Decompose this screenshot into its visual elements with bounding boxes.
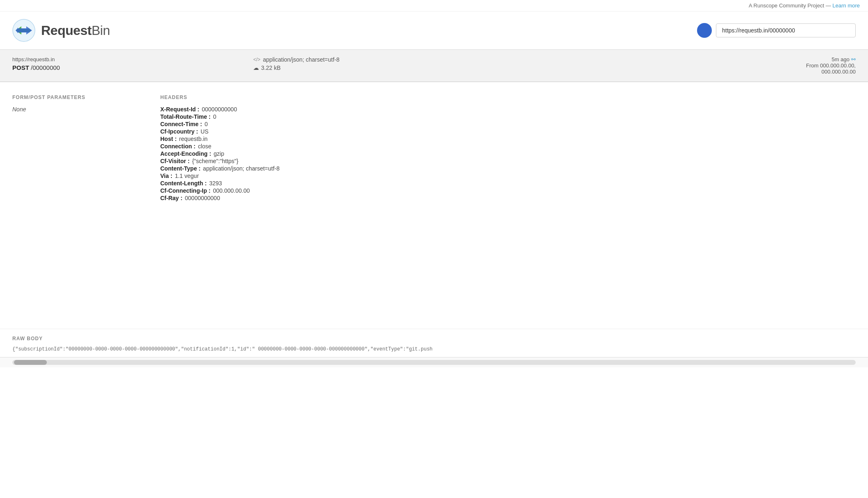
form-post-title: FORM/POST PARAMETERS [12,95,144,100]
headers-title: HEADERS [160,95,856,100]
header-row: Accept-Encoding: gzip [160,150,856,157]
header-key: Content-Type [160,165,197,172]
header-row: Content-Length: 3293 [160,180,856,187]
header-row: Content-Type: application/json; charset=… [160,165,856,172]
content-type-value: application/json; charset=utf-8 [263,56,339,63]
cloud-icon: ☁ [253,65,259,71]
header-key: Connection [160,143,192,150]
header-key: Via [160,173,169,179]
header-value: US [201,128,208,135]
header-colon: : [199,165,201,172]
header-colon: : [205,180,207,187]
header-colon: : [175,136,177,142]
app-header: RequestBin [0,12,868,50]
request-path: /00000000 [31,64,60,71]
header-key: Content-Length [160,180,203,187]
header-row: Connect-Time: 0 [160,121,856,127]
code-icon: </> [253,57,260,62]
request-from2: 000.000.00.00 [615,69,856,75]
request-method-path: POST /00000000 [12,64,253,71]
header-key: Cf-Ipcountry [160,128,194,135]
header-value: 00000000000 [185,195,220,201]
header-row: X-Request-Id: 00000000000 [160,106,856,113]
link-icon[interactable]: ⚯ [851,56,856,62]
header-value: application/json; charset=utf-8 [203,165,279,172]
logo-icon [12,19,35,42]
header-value: gzip [214,150,224,157]
logo-area: RequestBin [12,19,110,42]
request-info-col: https://requestb.in POST /00000000 [12,56,253,71]
from-label: From 000.000.00.00, [806,62,856,69]
header-key: Host [160,136,173,142]
main-content: FORM/POST PARAMETERS None HEADERS X-Requ… [0,82,868,329]
header-key: Connect-Time [160,121,199,127]
header-row: Total-Route-Time: 0 [160,113,856,120]
header-colon: : [197,106,199,113]
header-value: 000.000.00.00 [213,187,250,194]
header-row: Connection: close [160,143,856,150]
url-input[interactable] [716,23,856,37]
header-key: X-Request-Id [160,106,196,113]
header-value: {"scheme":"https"} [192,158,238,164]
header-key: Cf-Visitor [160,158,186,164]
header-value: 1.1 vegur [175,173,199,179]
header-colon: : [171,173,173,179]
header-value: 0 [213,113,216,120]
request-size-value: 3.22 kB [261,65,280,71]
scrollbar-thumb[interactable] [14,360,47,365]
raw-body-title: RAW BODY [12,329,856,346]
header-row: Cf-Connecting-Ip: 000.000.00.00 [160,187,856,194]
header-colon: : [209,187,211,194]
request-from: From 000.000.00.00, [615,62,856,69]
raw-body-section: RAW BODY {"subscriptionId":"00000000-000… [0,329,868,357]
request-method: POST [12,64,29,71]
request-time-row: 5m ago ⚯ [615,56,856,62]
header-key: Total-Route-Time [160,113,207,120]
header-value: requestb.in [179,136,208,142]
request-bar: https://requestb.in POST /00000000 </> a… [0,50,868,82]
header-value: 00000000000 [202,106,237,113]
form-post-value: None [12,106,144,113]
header-colon: : [194,143,196,150]
logo-light: Bin [92,23,110,38]
header-colon: : [200,121,202,127]
header-row: Via: 1.1 vegur [160,173,856,179]
learn-more-link[interactable]: Learn more [833,2,860,9]
header-key: Cf-Connecting-Ip [160,187,207,194]
header-colon: : [209,150,211,157]
logo-bold: Request [41,23,92,38]
top-bar: A Runscope Community Project — Learn mor… [0,0,868,12]
header-value: 3293 [209,180,222,187]
request-time-col: 5m ago ⚯ From 000.000.00.00, 000.000.00.… [615,56,856,75]
header-colon: : [188,158,190,164]
header-key: Accept-Encoding [160,150,208,157]
headers-list: X-Request-Id: 00000000000Total-Route-Tim… [160,106,856,201]
header-value: close [198,143,212,150]
scrollbar-track[interactable] [12,360,856,365]
header-colon: : [180,195,182,201]
headers-section: HEADERS X-Request-Id: 00000000000Total-R… [160,95,856,316]
logo-text: RequestBin [41,23,110,38]
header-row: Cf-Ipcountry: US [160,128,856,135]
url-indicator-dot [697,23,712,38]
scrollbar-area [0,357,868,367]
from-label2: 000.000.00.00 [822,69,856,75]
form-post-section: FORM/POST PARAMETERS None [12,95,144,316]
header-row: Cf-Ray: 00000000000 [160,195,856,201]
header-key: Cf-Ray [160,195,179,201]
header-colon: : [196,128,198,135]
header-colon: : [209,113,211,120]
header-value: 0 [205,121,208,127]
request-url: https://requestb.in [12,56,253,62]
request-size-row: ☁ 3.22 kB [253,65,614,71]
header-row: Cf-Visitor: {"scheme":"https"} [160,158,856,164]
request-time: 5m ago [832,56,850,62]
header-row: Host: requestb.in [160,136,856,142]
content-type-row: </> application/json; charset=utf-8 [253,56,614,63]
header-right [697,23,856,38]
community-text: A Runscope Community Project — [749,2,831,9]
request-content-col: </> application/json; charset=utf-8 ☁ 3.… [253,56,614,71]
raw-body-content: {"subscriptionId":"00000000-0000-0000-00… [12,346,856,353]
